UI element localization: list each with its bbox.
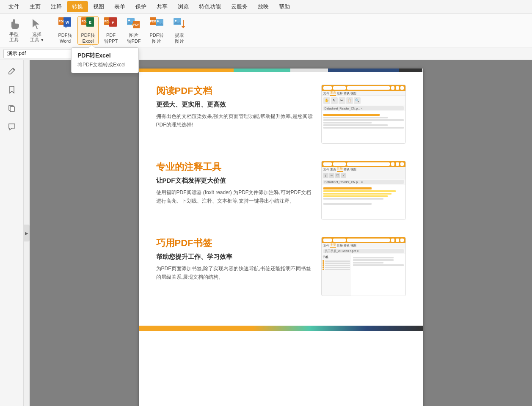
mini-space-1 — [347, 86, 390, 90]
mini-bm-doc-3 — [353, 262, 383, 263]
mini-toolbar-1: ✋ ↖ ✂ 📋 🔍 — [322, 96, 405, 105]
svg-point-34 — [13, 69, 14, 70]
section1-title: 阅读PDF文档 — [156, 85, 313, 97]
mini-bm-doc-2 — [353, 259, 394, 261]
mini-bm-dot-3 — [323, 264, 324, 266]
mini-paste: 📋 — [346, 97, 353, 104]
mini-app-bar-2 — [322, 161, 405, 167]
mini-hand: ✋ — [323, 97, 330, 104]
select-tool-button[interactable]: 选择工具 ▾ — [26, 16, 47, 45]
menu-annotation[interactable]: 注释 — [46, 1, 67, 12]
mini-bm-dot-4 — [323, 266, 324, 268]
mini-ctrl-8 — [396, 239, 399, 242]
pdf-to-word-label: PDF转Word — [58, 33, 72, 44]
menu-help[interactable]: 帮助 — [274, 1, 295, 12]
pdf-bottom-bar — [139, 326, 423, 331]
mini-ann-line-2 — [323, 203, 372, 205]
svg-text:W: W — [66, 20, 69, 25]
section1-subtitle: 更强大、更实用、更高效 — [156, 101, 313, 109]
mini-highlighted-1 — [323, 190, 396, 192]
menu-form[interactable]: 表单 — [109, 1, 130, 12]
mini-tab-home-2: 主页 — [330, 167, 336, 172]
left-bookmark-icon[interactable] — [4, 82, 19, 97]
mini-ctrl-1 — [391, 86, 394, 90]
menu-slideshow[interactable]: 放映 — [253, 1, 274, 12]
color-bar-orange — [139, 69, 234, 72]
mini-tab-view-2: 视图 — [350, 167, 356, 172]
mini-bm-line-3 — [325, 265, 350, 266]
menu-file[interactable]: 文件 — [3, 1, 25, 12]
mini-cursor: ↖ — [331, 97, 338, 104]
collapse-arrow[interactable]: ▶ — [24, 225, 30, 241]
mini-ctrl-5 — [396, 162, 399, 166]
section3-subtitle: 帮助您提升工作、学习效率 — [156, 253, 313, 261]
pdf-to-word-button[interactable]: PDF W W PDF转Word — [55, 16, 76, 45]
tooltip-title: PDF转Excel — [77, 52, 132, 60]
mini-bm-line-5 — [325, 269, 350, 270]
menu-protect[interactable]: 保护 — [130, 1, 152, 12]
pdf-to-ppt-icon: PDF P — [103, 16, 119, 32]
mini-bm-4 — [323, 266, 350, 268]
pdf-to-ppt-button[interactable]: PDF P PDF转PPT — [100, 16, 121, 45]
pdf-content: 阅读PDF文档 更强大、更实用、更高效 拥有出色的文档渲染效果,强大的页面管理功… — [139, 72, 423, 326]
mini-tab-home-3: 主页 — [330, 243, 336, 248]
pdf-to-img-icon: PDF — [149, 16, 164, 32]
img-to-pdf-button[interactable]: PDF 图片转PDF — [123, 16, 144, 45]
pdf-section-read: 阅读PDF文档 更强大、更实用、更高效 拥有出色的文档渲染效果,强大的页面管理功… — [156, 85, 406, 144]
pdf-page: 阅读PDF文档 更强大、更实用、更高效 拥有出色的文档渲染效果,强大的页面管理功… — [139, 69, 423, 406]
left-pages-icon[interactable] — [4, 101, 19, 116]
left-chat-icon[interactable] — [4, 119, 19, 134]
tooltip-arrow — [88, 44, 95, 48]
pdf-to-excel-button[interactable]: PDF E PDF转Excel — [77, 16, 99, 45]
pdf-section-annotation-text: 专业的注释工具 让PDF文档发挥更大价值 使用福昕PDF阅读器 (foxit r… — [156, 161, 313, 206]
mini-doc-1 — [322, 111, 405, 143]
menu-cloud[interactable]: 云服务 — [226, 1, 253, 12]
mini-bm-5 — [323, 269, 350, 270]
extract-img-button[interactable]: 提取图片 — [169, 16, 190, 45]
mini-line-1 — [323, 114, 380, 116]
pdf-to-img-button[interactable]: PDF PDF转图片 — [146, 16, 167, 45]
mini-bm-doc-4 — [353, 264, 404, 266]
mini-line-4 — [323, 122, 372, 123]
mini-title-1 — [333, 86, 346, 90]
mini-bm-line-1 — [325, 261, 350, 262]
mini-ann-2: ✏ — [329, 173, 334, 178]
pdf-to-excel-label: PDF转Excel — [81, 33, 95, 44]
mini-orange-title — [323, 187, 372, 189]
menu-home[interactable]: 主页 — [25, 1, 46, 12]
mini-app-screenshot-3: 文件 主页 注释 转换 视图 员工手册_20120917.pdf × 书签 — [321, 237, 406, 296]
mini-bm-title: 书签 — [323, 255, 350, 259]
section1-body: 拥有出色的文档渲染效果,强大的页面管理功能,帮助提升效率,是您阅读PDF的理想选… — [156, 112, 313, 129]
pdf-to-excel-icon: PDF E — [80, 16, 96, 32]
menu-browse[interactable]: 浏览 — [173, 1, 194, 12]
mini-ann-line-1 — [323, 198, 384, 200]
mini-zoom: 🔍 — [354, 97, 361, 104]
mini-space-3 — [347, 239, 390, 242]
main-layout: ▶ 阅读PDF文档 更强大、更实用、更高效 拥有出色的文档渲染效果,强大的页面管… — [0, 60, 532, 406]
svg-text:E: E — [89, 20, 91, 25]
mini-ann-4: ✓ — [341, 173, 346, 178]
menu-convert[interactable]: 转换 — [67, 1, 88, 12]
mini-ctrl-6 — [400, 162, 404, 166]
hand-tool-icon — [6, 18, 22, 31]
svg-rect-36 — [10, 107, 14, 112]
tooltip-description: 将PDF文档转成Excel — [77, 61, 132, 69]
svg-point-18 — [128, 19, 130, 21]
mini-ctrl-2 — [396, 86, 399, 90]
svg-point-30 — [175, 20, 176, 22]
mini-ctrl-3 — [400, 86, 404, 90]
menu-bar: 文件 主页 注释 转换 视图 表单 保护 共享 浏览 特色功能 云服务 放映 帮… — [0, 0, 532, 14]
img-to-pdf-label: 图片转PDF — [127, 33, 141, 44]
extract-img-label: 提取图片 — [175, 33, 184, 44]
mini-doc-2 — [322, 185, 405, 219]
mini-app-bar-3 — [322, 237, 405, 243]
mini-bm-dot-1 — [323, 260, 324, 262]
mini-app-1: 文件 主页 注释 转换 视图 ✋ ↖ ✂ 📋 🔍 — [322, 85, 405, 143]
menu-share[interactable]: 共享 — [152, 1, 173, 12]
mini-bm-doc-1 — [353, 257, 394, 258]
left-pen-icon[interactable] — [4, 63, 19, 79]
menu-view[interactable]: 视图 — [88, 1, 109, 12]
mini-title-2 — [333, 162, 346, 166]
menu-feature[interactable]: 特色功能 — [194, 1, 226, 12]
hand-tool-button[interactable]: 手型工具 — [3, 16, 25, 45]
